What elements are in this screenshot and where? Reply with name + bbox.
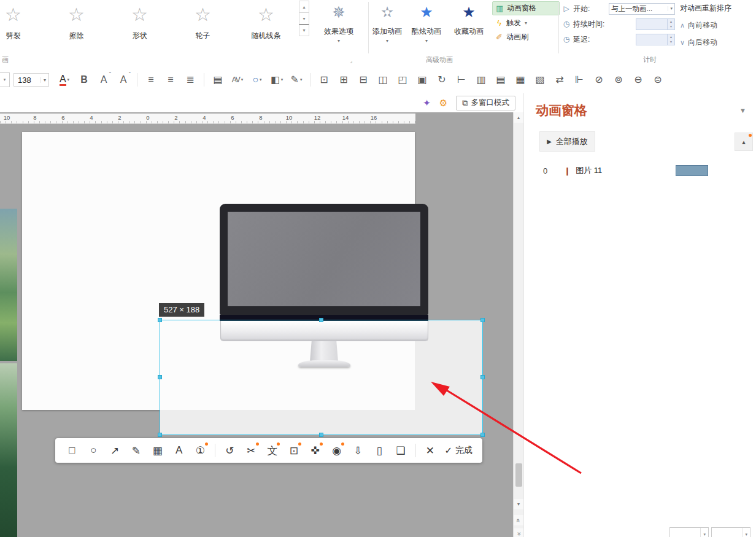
selection-handle[interactable] <box>158 433 162 437</box>
layout-button[interactable]: ▦ <box>511 71 530 89</box>
text-tool[interactable]: A <box>168 439 190 462</box>
cutoff-control[interactable]: ▾ <box>0 72 10 87</box>
partial-control[interactable]: ▾ <box>711 527 750 537</box>
rotate-button[interactable]: ↻ <box>433 71 451 89</box>
pin-tool[interactable]: ✜ <box>304 439 326 462</box>
selection-handle[interactable] <box>480 375 485 379</box>
phone-transfer-button[interactable]: ▯ <box>369 439 390 462</box>
distribute-horizontal-button[interactable]: ▥ <box>472 71 490 89</box>
collapse-pane-button[interactable]: ▴ <box>735 133 753 151</box>
slide-canvas[interactable]: 1086420246810121416 527 × 188 <box>0 112 513 537</box>
shape-outline-button[interactable]: ✎▾ <box>287 71 306 89</box>
animation-style-item[interactable]: ☆ 劈裂 <box>0 0 45 41</box>
step-number-tool[interactable]: ① <box>190 439 211 462</box>
animation-painter-button[interactable]: ✐ 动画刷 <box>492 31 560 44</box>
separator[interactable] <box>415 444 416 457</box>
mosaic-tool[interactable]: ▦ <box>147 439 168 462</box>
slide-thumbnail[interactable] <box>0 363 17 537</box>
ellipse-tool[interactable]: ○ <box>83 439 104 462</box>
scroll-up-button[interactable]: ▴ <box>514 112 523 123</box>
scrollbar-thumb[interactable] <box>515 463 522 487</box>
group-button[interactable]: ▣ <box>413 71 431 89</box>
spinner-arrows[interactable]: ▲▼ <box>667 34 674 45</box>
bookmark-button[interactable]: ❑ <box>390 439 412 462</box>
ocr-tool[interactable]: ⊡ <box>283 439 304 462</box>
distribute-vertical-button[interactable]: ▤ <box>492 71 510 89</box>
arrow-tool[interactable]: ↗ <box>104 439 126 462</box>
selection-handle[interactable] <box>158 375 162 379</box>
screenshot-selection[interactable] <box>160 320 483 435</box>
effect-options-button[interactable]: ✵ 效果选项 ▾ <box>312 0 366 44</box>
position-button[interactable]: ⊟ <box>354 71 372 89</box>
start-select[interactable]: 与上一动画... ▾ <box>609 3 675 15</box>
pen-tool[interactable]: ✎ <box>126 439 147 462</box>
close-button[interactable]: ✕ <box>420 439 441 462</box>
spinner-arrows[interactable]: ▲▼ <box>667 19 674 29</box>
animation-style-item[interactable]: ☆ 形状 <box>108 0 171 41</box>
shrink-font-button[interactable]: Aˇ <box>114 71 133 89</box>
smart-assist-icon[interactable]: ✦ <box>423 98 431 109</box>
send-backward-button[interactable]: ◰ <box>393 71 412 89</box>
favorite-animation-button[interactable]: ★ 收藏动画 <box>450 0 487 37</box>
move-earlier-button[interactable]: ∧ 向前移动 <box>680 18 756 32</box>
animation-list-item[interactable]: 0 ❙ 图片 11 <box>524 160 756 182</box>
bold-button[interactable]: B <box>75 71 93 89</box>
dialog-launcher-icon[interactable]: ⌟ <box>350 58 352 64</box>
canvas-scrollbar[interactable]: ▴ ▾ « « <box>513 112 523 537</box>
shape-fill-button[interactable]: ◧▾ <box>268 71 286 89</box>
selection-handle[interactable] <box>319 433 323 437</box>
multi-window-mode-button[interactable]: ⧉ 多窗口模式 <box>456 96 515 110</box>
selection-handle[interactable] <box>319 318 323 322</box>
next-slide-button[interactable]: « <box>514 528 523 537</box>
download-button[interactable]: ⇩ <box>347 439 369 462</box>
rect-tool[interactable]: □ <box>61 439 83 462</box>
translate-tool[interactable]: 文 <box>262 439 284 462</box>
separator[interactable] <box>204 73 204 87</box>
animation-style-item[interactable]: ☆ 随机线条 <box>234 0 298 41</box>
subtract-shapes-button[interactable]: ⊖ <box>629 71 647 89</box>
separator[interactable] <box>137 73 137 87</box>
animation-style-item[interactable]: ☆ 擦除 <box>45 0 108 41</box>
font-size-select[interactable]: 138 ▾ <box>14 73 49 87</box>
gallery-scroll-up-button[interactable]: ▴ <box>299 1 309 13</box>
gallery-more-button[interactable]: ▾ <box>299 24 309 36</box>
size-button[interactable]: ⊞ <box>334 71 353 89</box>
align-left-button[interactable]: ≡ <box>142 71 160 89</box>
settings-gear-icon[interactable]: ⚙ <box>439 98 447 109</box>
swap-button[interactable]: ⇄ <box>550 71 569 89</box>
crop-button[interactable]: ⊡ <box>315 71 333 89</box>
cut-tool[interactable]: ✂ <box>241 439 262 462</box>
combine-shapes-button[interactable]: ⊜ <box>649 71 667 89</box>
font-color-button[interactable]: A▾ <box>55 71 74 89</box>
trigger-button[interactable]: ϟ 触发 ▾ <box>492 17 560 29</box>
shape-style-button[interactable]: ○▾ <box>248 71 266 89</box>
align-justify-button[interactable]: ≣ <box>181 71 199 89</box>
bring-forward-button[interactable]: ◫ <box>374 71 392 89</box>
selection-handle[interactable] <box>158 318 162 322</box>
selection-handle[interactable] <box>480 433 485 437</box>
play-all-button[interactable]: ▶ 全部播放 <box>539 131 595 152</box>
chart-button[interactable]: ▧ <box>531 71 549 89</box>
text-direction-button[interactable]: ▤ <box>209 71 227 89</box>
separator[interactable] <box>215 444 215 457</box>
cool-animation-button[interactable]: ★ 酷炫动画 ▾ <box>409 0 444 44</box>
gallery-scroll-down-button[interactable]: ▾ <box>299 12 309 25</box>
done-button[interactable]: ✓ 完成 <box>441 445 476 456</box>
add-animation-button[interactable]: ✫ 添加动画 ▾ <box>369 0 405 44</box>
flag-button[interactable]: ⊩ <box>570 71 588 89</box>
duration-input[interactable]: ▲▼ <box>636 18 675 30</box>
separator[interactable] <box>310 73 310 87</box>
align-center-button[interactable]: ≡ <box>161 71 180 89</box>
animation-timeline-bar[interactable] <box>676 165 708 176</box>
animation-pane-button[interactable]: ▥ 动画窗格 <box>492 1 560 15</box>
move-later-button[interactable]: ∨ 向后移动 <box>680 36 756 49</box>
grow-font-button[interactable]: Aˆ <box>94 71 113 89</box>
align-objects-button[interactable]: ⊢ <box>452 71 471 89</box>
intersect-shapes-button[interactable]: ⊚ <box>609 71 628 89</box>
slide-thumbnail[interactable] <box>0 209 17 361</box>
merge-shapes-button[interactable]: ⊘ <box>590 71 608 89</box>
partial-control[interactable]: ▾ <box>669 527 709 537</box>
animation-style-item[interactable]: ☆ 轮子 <box>171 0 234 41</box>
previous-slide-button[interactable]: « <box>514 515 523 525</box>
selection-handle[interactable] <box>480 318 485 322</box>
